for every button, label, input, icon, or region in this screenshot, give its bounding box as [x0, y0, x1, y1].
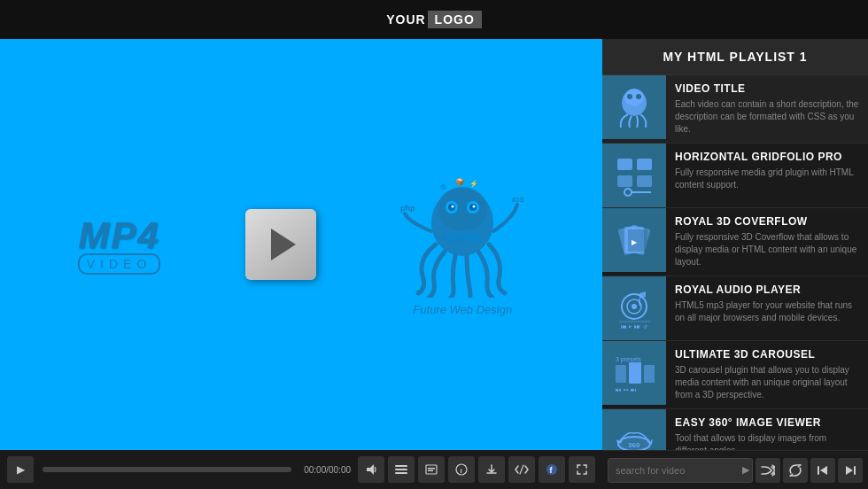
thumb-icon-1: [610, 151, 659, 200]
chapters-icon: [425, 464, 438, 475]
playlist-thumb-3: ⏮ ▶ ⏭ ↺: [602, 276, 666, 340]
svg-rect-33: [637, 175, 652, 187]
video-play-button[interactable]: [245, 209, 316, 280]
next-track-button[interactable]: [838, 458, 863, 483]
svg-marker-15: [367, 464, 374, 475]
svg-text:⚙: ⚙: [440, 183, 446, 191]
playlist-item[interactable]: 3 presets ⏮ ◀ ▶ ⏭ ULTIMATE 3D CAROUSEL 3…: [602, 341, 868, 409]
svg-rect-46: [616, 365, 626, 383]
facebook-button[interactable]: f: [539, 456, 565, 483]
svg-rect-21: [428, 470, 433, 472]
svg-point-7: [473, 205, 476, 207]
sidebar-header: MY HTML PLAYLIST 1: [602, 39, 868, 75]
sidebar: MY HTML PLAYLIST 1: [602, 39, 868, 489]
logo-box: LOGO: [428, 11, 482, 28]
main-area: MP4 VIDEO: [0, 39, 868, 489]
info-button[interactable]: i: [448, 456, 475, 483]
mascot-label: Future Web Design: [413, 303, 512, 316]
svg-text:⚡: ⚡: [469, 179, 478, 188]
svg-text:⏮ ◀ ▶ ⏭: ⏮ ◀ ▶ ⏭: [616, 387, 636, 392]
search-submit-button[interactable]: ▶: [742, 464, 749, 476]
svg-text:php: php: [400, 204, 415, 213]
video-controls-bar: ▶ 00:00/00:00: [0, 450, 602, 489]
volume-button[interactable]: [358, 456, 384, 483]
progress-bar[interactable]: [43, 467, 291, 472]
svg-rect-18: [395, 472, 407, 474]
playlist-info-3: ROYAL AUDIO PLAYER HTML5 mp3 player for …: [666, 276, 868, 340]
svg-rect-30: [617, 159, 632, 170]
loop-button[interactable]: [783, 458, 808, 483]
svg-point-42: [632, 304, 637, 309]
shuffle-icon: [761, 464, 775, 477]
search-container: ▶: [608, 458, 753, 483]
chapters-button[interactable]: [418, 456, 445, 483]
logo: YOUR LOGO: [386, 11, 482, 28]
svg-text:3 presets: 3 presets: [616, 356, 641, 363]
play-pause-button[interactable]: ▶: [7, 456, 34, 483]
mp4-logo: MP4 VIDEO: [78, 214, 161, 275]
svg-rect-56: [854, 466, 856, 475]
svg-text:iOS: iOS: [512, 196, 524, 204]
playlist-item-title-5: EASY 360° IMAGE VIEWER: [675, 416, 859, 429]
playlist-item-desc-2: Fully responsive 3D Coverflow that allow…: [675, 231, 859, 268]
svg-text:⏮ ▶ ⏭: ⏮ ▶ ⏭: [621, 323, 640, 330]
playlist-item-desc-1: Fully responsive media grid plugin with …: [675, 167, 859, 191]
playlist-item-desc-5: Tool that allows to display images from …: [675, 432, 859, 450]
svg-rect-17: [395, 469, 407, 470]
svg-rect-19: [426, 465, 437, 474]
video-content: MP4 VIDEO: [0, 39, 602, 450]
playlist-item-desc-4: 3D carousel plugin that allows you to di…: [675, 364, 859, 401]
svg-marker-55: [820, 466, 827, 475]
playlist-info-5: EASY 360° IMAGE VIEWER Tool that allows …: [666, 409, 868, 450]
search-input[interactable]: [608, 458, 753, 483]
playlist-item-title-3: ROYAL AUDIO PLAYER: [675, 283, 859, 296]
fullscreen-button[interactable]: [569, 456, 595, 483]
playlist-item-title-4: ULTIMATE 3D CAROUSEL: [675, 348, 859, 361]
svg-rect-54: [818, 466, 819, 475]
playlist-item[interactable]: ▶ ROYAL 3D COVERFLOW Fully responsive 3D…: [602, 208, 868, 276]
svg-point-28: [627, 94, 632, 99]
playlist-button[interactable]: [388, 456, 415, 483]
playlist-thumb-0: [602, 75, 666, 139]
thumb-icon-0: [610, 83, 659, 132]
playlist-item-desc-0: Each video can contain a short descripti…: [675, 98, 859, 136]
playlist-title: MY HTML PLAYLIST 1: [616, 50, 854, 64]
next-icon: [844, 464, 856, 477]
svg-text:📦: 📦: [455, 177, 464, 186]
playlist-item[interactable]: 360 EASY 360° IMAGE VIEWER Tool that all…: [602, 409, 868, 450]
thumb-icon-2: ▶: [610, 216, 659, 265]
svg-text:360: 360: [628, 441, 640, 449]
svg-rect-16: [395, 465, 407, 467]
playlist-thumb-1: [602, 144, 666, 207]
video-area: MP4 VIDEO: [0, 39, 602, 489]
svg-rect-47: [629, 362, 641, 384]
svg-rect-32: [617, 175, 632, 187]
playlist-container[interactable]: VIDEO TITLE Each video can contain a sho…: [602, 75, 868, 450]
playlist-item[interactable]: VIDEO TITLE Each video can contain a sho…: [602, 75, 868, 144]
svg-point-29: [636, 94, 641, 99]
svg-text:⚙ ◯ ⚙ △: ⚙ ◯ ⚙ △: [442, 237, 466, 243]
svg-text:↺: ↺: [643, 324, 647, 330]
playlist-icon: [395, 464, 407, 475]
playlist-info-4: ULTIMATE 3D CAROUSEL 3D carousel plugin …: [666, 341, 868, 408]
playlist-item-title-1: HORIZONTAL GRIDFOLIO PRO: [675, 151, 859, 163]
svg-rect-48: [644, 365, 655, 383]
svg-point-6: [452, 205, 454, 207]
loop-icon: [788, 464, 802, 477]
shuffle-button[interactable]: [756, 458, 780, 483]
embed-button[interactable]: [508, 456, 535, 483]
playlist-info-0: VIDEO TITLE Each video can contain a sho…: [666, 75, 868, 143]
svg-rect-31: [637, 159, 652, 170]
mascot-icon: php iOS ⚙ 📦 ⚡ ⚙ ◯ ⚙ △: [400, 174, 524, 298]
mp4-text: MP4: [78, 214, 159, 257]
embed-icon: [515, 464, 529, 475]
thumb-icon-5: 360: [610, 417, 659, 451]
playlist-info-2: ROYAL 3D COVERFLOW Fully responsive 3D C…: [666, 208, 868, 276]
playlist-item[interactable]: ⏮ ▶ ⏭ ↺ ROYAL AUDIO PLAYER HTML5 mp3 pla…: [602, 276, 868, 341]
svg-marker-57: [846, 466, 853, 475]
playlist-item[interactable]: HORIZONTAL GRIDFOLIO PRO Fully responsiv…: [602, 144, 868, 208]
prev-track-button[interactable]: [810, 458, 835, 483]
playlist-item-desc-3: HTML5 mp3 player for your website that r…: [675, 299, 859, 324]
download-button[interactable]: [478, 456, 505, 483]
thumb-icon-3: ⏮ ▶ ⏭ ↺: [610, 284, 659, 333]
